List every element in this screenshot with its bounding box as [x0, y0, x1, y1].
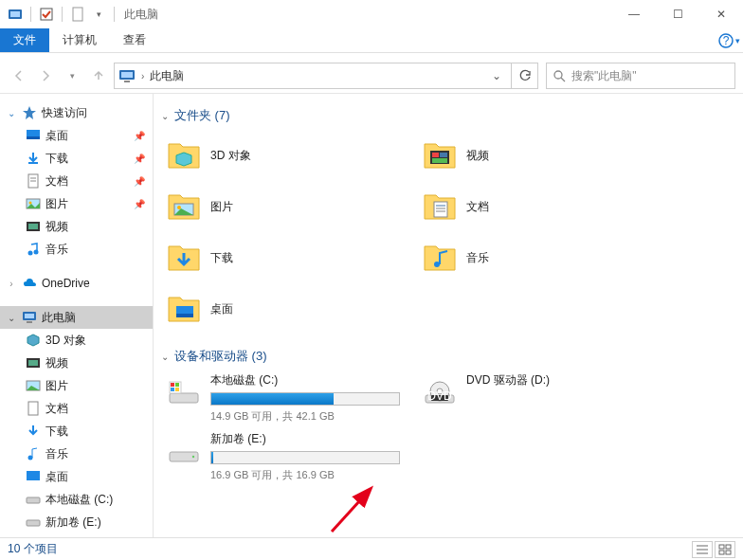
- svg-rect-29: [28, 402, 38, 415]
- chevron-down-icon[interactable]: ⌄: [161, 111, 169, 121]
- download-icon: [25, 150, 42, 167]
- folder-icon: [167, 190, 201, 224]
- navigation-pane[interactable]: ⌄ 快速访问 桌面📌 下载📌 文档📌 图片📌 视频 音乐 › OneDrive …: [0, 94, 154, 537]
- sidebar-pc-drive-c[interactable]: 本地磁盘 (C:): [0, 488, 153, 511]
- qat-checkbox-icon[interactable]: [37, 5, 56, 24]
- group-folders[interactable]: ⌄ 文件夹 (7): [161, 107, 732, 124]
- sidebar-pc-drive-e[interactable]: 新加卷 (E:): [0, 511, 153, 533]
- svg-rect-37: [432, 158, 447, 163]
- sidebar-pc-3d[interactable]: 3D 对象: [0, 329, 153, 352]
- svg-rect-33: [27, 520, 40, 526]
- svg-rect-32: [27, 497, 40, 503]
- sidebar-pc-music[interactable]: 音乐: [0, 443, 153, 465]
- folder-documents[interactable]: 文档: [423, 183, 660, 230]
- minimize-button[interactable]: —: [612, 0, 656, 28]
- breadcrumb[interactable]: 此电脑: [150, 68, 480, 84]
- chevron-down-icon[interactable]: ⌄: [6, 108, 17, 118]
- sidebar-item-videos[interactable]: 视频: [0, 215, 153, 238]
- drive-icon: [167, 372, 201, 414]
- svg-rect-31: [27, 471, 40, 480]
- drive-e[interactable]: 新加卷 (E:) 16.9 GB 可用，共 16.9 GB: [167, 431, 404, 482]
- capacity-bar: [210, 392, 400, 406]
- folder-3d-objects[interactable]: 3D 对象: [167, 132, 404, 179]
- sidebar-item-downloads[interactable]: 下载📌: [0, 147, 153, 170]
- svg-rect-13: [28, 162, 38, 164]
- search-icon: [553, 69, 566, 82]
- sidebar-onedrive[interactable]: › OneDrive: [0, 272, 153, 295]
- forward-button[interactable]: [34, 64, 57, 87]
- drive-icon: [167, 431, 201, 473]
- back-button[interactable]: [8, 64, 30, 87]
- group-drives[interactable]: ⌄ 设备和驱动器 (3): [161, 348, 732, 365]
- details-view-button[interactable]: [692, 541, 713, 558]
- recent-dropdown[interactable]: ▾: [61, 64, 83, 87]
- folder-icon: [423, 241, 457, 275]
- sidebar-item-pictures[interactable]: 图片📌: [0, 192, 153, 215]
- folder-pictures[interactable]: 图片: [167, 183, 404, 230]
- refresh-button[interactable]: [512, 63, 538, 89]
- svg-rect-3: [73, 8, 82, 21]
- chevron-right-icon[interactable]: ›: [6, 279, 17, 289]
- svg-rect-12: [27, 136, 40, 139]
- sidebar-item-documents[interactable]: 文档📌: [0, 170, 153, 192]
- icons-view-button[interactable]: [715, 541, 735, 558]
- title-bar: ▾ 此电脑 — ☐ ✕: [0, 0, 743, 28]
- folder-desktop[interactable]: 桌面: [167, 285, 404, 333]
- svg-rect-65: [726, 545, 731, 549]
- up-button[interactable]: [87, 64, 110, 87]
- chevron-down-icon[interactable]: ⌄: [6, 313, 17, 323]
- svg-point-59: [192, 456, 194, 458]
- folder-videos[interactable]: 视频: [423, 132, 660, 179]
- svg-point-39: [177, 206, 181, 209]
- search-input[interactable]: 搜索"此电脑": [546, 63, 735, 89]
- sidebar-pc-videos[interactable]: 视频: [0, 352, 153, 374]
- search-placeholder: 搜索"此电脑": [571, 68, 637, 84]
- chevron-right-icon: ›: [141, 71, 144, 81]
- svg-rect-46: [176, 314, 193, 317]
- navigation-bar: ▾ › 此电脑 ⌄ 搜索"此电脑": [0, 59, 743, 93]
- svg-rect-64: [719, 545, 724, 549]
- music-icon: [25, 241, 42, 258]
- svg-rect-52: [175, 388, 179, 391]
- cloud-icon: [21, 275, 38, 292]
- desktop-icon: [25, 468, 42, 485]
- download-icon: [25, 423, 42, 440]
- pc-icon: [118, 67, 136, 84]
- sidebar-this-pc[interactable]: ⌄ 此电脑: [0, 306, 153, 329]
- desktop-icon: [25, 127, 42, 144]
- qat-doc-icon[interactable]: [68, 5, 87, 24]
- music-icon: [25, 445, 42, 462]
- qat-dropdown-icon[interactable]: ▾: [89, 5, 108, 24]
- sidebar-pc-documents[interactable]: 文档: [0, 397, 153, 420]
- svg-rect-20: [28, 224, 38, 229]
- folder-music[interactable]: 音乐: [423, 234, 660, 281]
- dvd-icon: DVD: [423, 372, 457, 414]
- address-bar[interactable]: › 此电脑 ⌄: [114, 63, 512, 89]
- folder-downloads[interactable]: 下载: [167, 234, 404, 281]
- sidebar-item-desktop[interactable]: 桌面📌: [0, 124, 153, 147]
- pin-icon: 📌: [134, 176, 145, 187]
- svg-rect-51: [171, 388, 174, 391]
- svg-rect-7: [121, 72, 133, 78]
- content-pane[interactable]: ⌄ 文件夹 (7) 3D 对象 视频 图片 文档: [154, 94, 743, 537]
- sidebar-pc-downloads[interactable]: 下载: [0, 420, 153, 443]
- drive-d-dvd[interactable]: DVD DVD 驱动器 (D:): [423, 372, 660, 424]
- svg-line-60: [332, 490, 370, 532]
- svg-rect-47: [170, 393, 198, 403]
- sidebar-item-music[interactable]: 音乐: [0, 238, 153, 261]
- tab-computer[interactable]: 计算机: [49, 28, 110, 52]
- sidebar-pc-pictures[interactable]: 图片: [0, 374, 153, 397]
- maximize-button[interactable]: ☐: [656, 0, 699, 28]
- drive-c[interactable]: 本地磁盘 (C:) 14.9 GB 可用，共 42.1 GB: [167, 372, 404, 424]
- chevron-down-icon[interactable]: ⌄: [161, 352, 169, 362]
- tab-file[interactable]: 文件: [0, 28, 49, 52]
- pin-icon: 📌: [134, 131, 145, 141]
- svg-point-9: [554, 71, 562, 79]
- ribbon-help-button[interactable]: ? ▾: [715, 28, 743, 52]
- tab-view[interactable]: 查看: [110, 28, 159, 52]
- sidebar-pc-desktop[interactable]: 桌面: [0, 465, 153, 488]
- svg-rect-40: [434, 202, 447, 217]
- close-button[interactable]: ✕: [699, 0, 743, 28]
- sidebar-quick-access[interactable]: ⌄ 快速访问: [0, 101, 153, 124]
- address-dropdown[interactable]: ⌄: [486, 69, 507, 82]
